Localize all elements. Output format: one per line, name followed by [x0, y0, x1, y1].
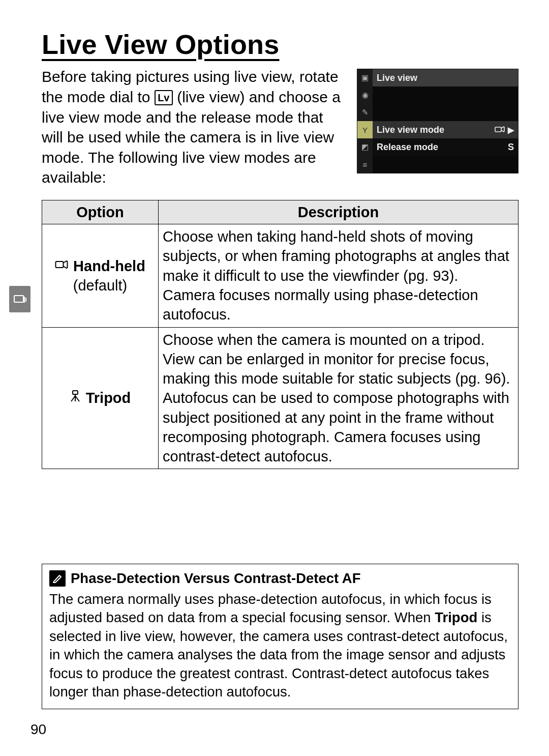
menu-side-icon-retouch: ◩	[357, 138, 373, 156]
menu-spacer-row	[373, 104, 518, 121]
svg-line-5	[75, 396, 79, 401]
hand-held-icon	[55, 258, 68, 273]
intro-paragraph: Before taking pictures using live view, …	[42, 67, 343, 188]
callout-box: Phase-Detection Versus Contrast-Detect A…	[42, 564, 518, 709]
table-header-description: Description	[159, 200, 518, 224]
table-row: Tripod Choose when the camera is mounted…	[42, 327, 518, 469]
menu-release-value: S	[508, 142, 514, 153]
callout-body: The camera normally uses phase-detection…	[49, 590, 511, 702]
live-view-dial-icon: Lv	[155, 90, 173, 105]
svg-rect-2	[73, 391, 78, 394]
svg-rect-1	[56, 261, 64, 268]
option-label: Tripod	[86, 388, 131, 408]
menu-side-icon-setup: Y	[357, 121, 373, 138]
camera-menu-screenshot: ▣ ◉ ✎ Y ◩ ≡ Live view Live view mode	[357, 69, 518, 173]
svg-line-4	[71, 396, 75, 401]
menu-row-label: Live view mode	[377, 125, 444, 135]
menu-side-icon-camera: ◉	[357, 86, 373, 104]
menu-side-icon-pencil: ✎	[357, 104, 373, 121]
page-title: Live View Options	[42, 30, 518, 60]
menu-title-row: Live view	[373, 69, 518, 86]
svg-rect-0	[495, 127, 501, 132]
table-header-option: Option	[42, 200, 159, 224]
callout-body-bold: Tripod	[435, 609, 477, 625]
hand-held-icon	[495, 125, 505, 135]
menu-spacer-row	[373, 156, 518, 173]
menu-side-icon-play: ▣	[357, 69, 373, 86]
callout-body-pre: The camera normally uses phase-detection…	[49, 591, 492, 626]
note-icon	[49, 570, 66, 587]
option-description: Choose when taking hand-held shots of mo…	[159, 224, 518, 327]
chevron-right-icon: ▶	[508, 125, 514, 135]
menu-title: Live view	[377, 73, 417, 83]
options-table: Option Description Hand-held (default) C…	[42, 200, 518, 469]
menu-live-view-mode-row: Live view mode ▶	[373, 121, 518, 138]
option-description: Choose when the camera is mounted on a t…	[159, 327, 518, 469]
table-row: Hand-held (default) Choose when taking h…	[42, 224, 518, 327]
callout-header: Phase-Detection Versus Contrast-Detect A…	[49, 569, 511, 588]
option-sublabel: (default)	[46, 276, 154, 295]
option-label: Hand-held	[73, 256, 145, 276]
menu-row-label: Release mode	[377, 142, 438, 153]
tripod-icon	[70, 390, 81, 406]
manual-page: Live View Options Before taking pictures…	[0, 0, 549, 756]
menu-side-icon-recent: ≡	[357, 156, 373, 173]
page-number: 90	[30, 721, 46, 738]
intro-row: Before taking pictures using live view, …	[42, 67, 518, 188]
menu-release-mode-row: Release mode S	[373, 138, 518, 156]
svg-rect-6	[14, 296, 23, 302]
menu-spacer-row	[373, 86, 518, 104]
section-tab-icon	[9, 286, 30, 312]
callout-title: Phase-Detection Versus Contrast-Detect A…	[71, 569, 361, 588]
